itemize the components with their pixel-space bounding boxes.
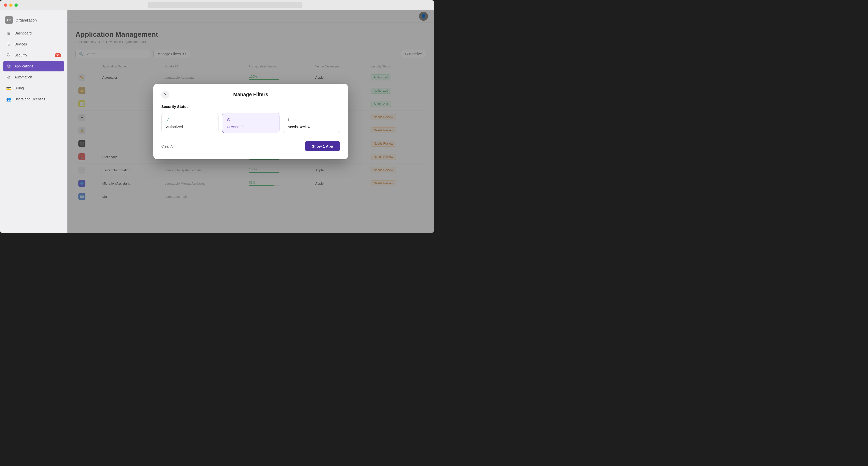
modal-title: Manage Filters [233, 92, 268, 97]
show-app-button[interactable]: Show 1 App [305, 141, 340, 151]
modal-overlay: × Manage Filters Security Status ✓ Autho… [67, 10, 434, 233]
security-badge: 50 [55, 53, 61, 57]
filter-option-needs-review[interactable]: ℹ Needs Review [283, 113, 340, 133]
org-avatar: Or [5, 16, 13, 24]
modal-close-button[interactable]: × [161, 91, 169, 99]
unwanted-icon: ⊘ [227, 117, 274, 122]
sidebar-item-dashboard[interactable]: ⊞ Dashboard [3, 28, 64, 38]
org-name: Organization [16, 18, 37, 22]
sidebar-item-label: Billing [14, 86, 24, 90]
filter-option-authorized[interactable]: ✓ Authorized [161, 113, 218, 133]
security-status-section-title: Security Status [161, 104, 340, 108]
sidebar-item-security[interactable]: 🛡 Security 50 [3, 50, 64, 60]
sidebar-item-users-and-licenses[interactable]: 👥 Users and Licenses [3, 94, 64, 104]
sidebar-item-applications[interactable]: 🔮 Applications [3, 61, 64, 71]
org-header: Or Organization [0, 14, 67, 28]
billing-icon: 💳 [6, 85, 11, 91]
authorized-label: Authorized [166, 125, 214, 129]
sidebar-item-billing[interactable]: 💳 Billing [3, 83, 64, 93]
review-icon: ℹ [288, 117, 335, 122]
authorized-icon: ✓ [166, 117, 214, 122]
users-icon: 👥 [6, 96, 11, 102]
shield-icon: 🛡 [6, 53, 11, 58]
sidebar-item-label: Dashboard [14, 31, 32, 35]
titlebar [0, 0, 434, 10]
clear-all-button[interactable]: Clear All [161, 144, 174, 148]
filter-options: ✓ Authorized ⊘ Unwanted ℹ Needs Review [161, 113, 340, 133]
main-content: ⊣ 👤 Application Management Applications:… [67, 10, 434, 233]
url-bar[interactable] [148, 2, 302, 8]
automation-icon: ⚙ [6, 74, 11, 80]
sidebar-item-label: Security [14, 53, 27, 57]
manage-filters-modal: × Manage Filters Security Status ✓ Autho… [153, 84, 348, 159]
devices-icon: 🖥 [6, 41, 11, 47]
sidebar-item-label: Users and Licenses [14, 97, 45, 101]
close-button[interactable] [4, 3, 7, 7]
unwanted-label: Unwanted [227, 125, 274, 129]
sidebar-navigation: ⊞ Dashboard 🖥 Devices 🛡 Security 50 🔮 Ap… [0, 28, 67, 104]
app-layout: Or Organization ⊞ Dashboard 🖥 Devices 🛡 … [0, 10, 434, 233]
needs-review-label: Needs Review [288, 125, 335, 129]
sidebar-item-label: Automation [14, 75, 32, 79]
sidebar-item-label: Devices [14, 42, 27, 46]
sidebar-item-devices[interactable]: 🖥 Devices [3, 39, 64, 50]
dashboard-icon: ⊞ [6, 30, 11, 36]
app-window: Or Organization ⊞ Dashboard 🖥 Devices 🛡 … [0, 0, 434, 233]
sidebar-item-label: Applications [14, 64, 33, 68]
filter-option-unwanted[interactable]: ⊘ Unwanted [222, 113, 279, 133]
modal-footer: Clear All Show 1 App [161, 141, 340, 151]
sidebar-item-automation[interactable]: ⚙ Automation [3, 72, 64, 83]
minimize-button[interactable] [9, 3, 12, 7]
modal-header: × Manage Filters [161, 92, 340, 97]
sidebar: Or Organization ⊞ Dashboard 🖥 Devices 🛡 … [0, 10, 67, 233]
applications-icon: 🔮 [6, 63, 11, 69]
maximize-button[interactable] [14, 3, 18, 7]
